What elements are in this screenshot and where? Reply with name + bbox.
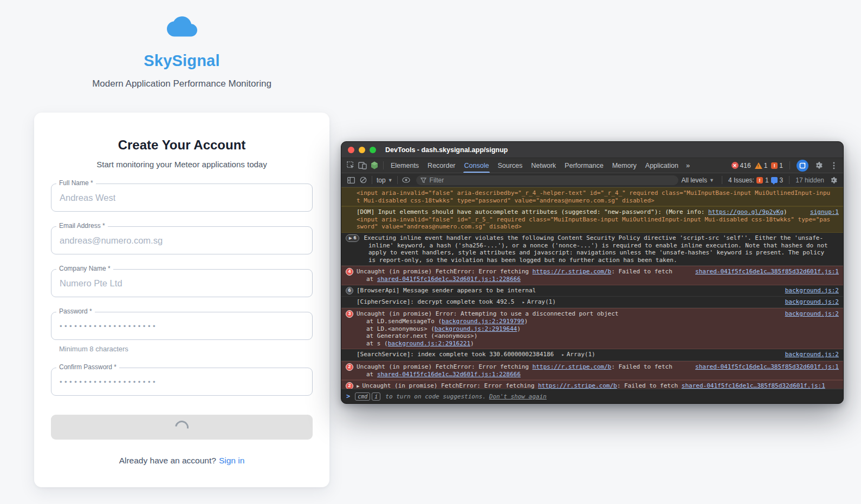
tab-recorder[interactable]: Recorder <box>423 158 459 173</box>
error-count-badge: 3 <box>346 310 353 318</box>
console-settings-gear-icon[interactable] <box>827 175 839 186</box>
clear-console-icon[interactable] <box>357 175 369 186</box>
company-name-input[interactable]: Numero Pte Ltd <box>51 269 313 297</box>
console-link[interactable]: https://r.stripe.com/b <box>533 363 612 370</box>
expand-icon[interactable]: ▶ <box>357 383 359 389</box>
stack-link[interactable]: shared-041f5fc16de1c…32d601f.js:1:228666 <box>377 371 521 378</box>
console-link[interactable]: https://goo.gl/9p2vKg <box>708 208 784 215</box>
console-message[interactable]: 2 ▶Uncaught (in promise) FetchError: Err… <box>341 380 843 389</box>
dont-show-again-link[interactable]: Don't show again <box>489 393 547 400</box>
array-expander[interactable]: ▸Array(1) <box>561 351 595 358</box>
card-subtitle: Start monitoring your Meteor application… <box>51 160 313 169</box>
logo-section: SkySignal Modern Application Performance… <box>34 0 329 89</box>
password-helper-text: Minimum 8 characters <box>59 345 313 353</box>
kebab-menu-icon[interactable] <box>828 160 840 171</box>
signin-link[interactable]: Sign in <box>219 456 244 465</box>
full-name-value: Andreas West <box>60 193 115 203</box>
console-link[interactable]: https://r.stripe.com/b <box>533 268 612 275</box>
console-message[interactable]: [DOM] Input elements should have autocom… <box>341 206 843 233</box>
loading-spinner-icon <box>172 418 191 437</box>
divider <box>372 176 372 184</box>
console-message[interactable]: 2 Uncaught (in promise) FetchError: Erro… <box>341 361 843 381</box>
console-sidebar-toggle-icon[interactable] <box>345 175 357 186</box>
source-link[interactable]: shared-041f5fc16de1c…385f85d32d601f.js:1 <box>688 363 839 371</box>
console-message[interactable]: <input aria-invalid="false" aria-describ… <box>341 187 843 206</box>
devtools-sync-button[interactable] <box>797 160 808 172</box>
console-message[interactable]: ▶6 Executing inline event handler violat… <box>341 233 843 266</box>
tabbar-status-area: ✕ 416 1 ! 1 <box>731 160 840 172</box>
context-selector[interactable]: top▼ <box>375 176 394 184</box>
console-message[interactable]: [SearchService]: index complete took 330… <box>341 349 843 361</box>
divider <box>383 161 384 169</box>
console-filter-input[interactable]: Filter <box>416 175 678 185</box>
i-keycap: i <box>372 392 380 401</box>
log-levels-selector[interactable]: All levels▼ <box>680 176 716 184</box>
tab-sources[interactable]: Sources <box>493 158 527 173</box>
submit-button-loading[interactable] <box>51 415 313 440</box>
console-message[interactable]: [CipherService]: decrypt complete took 4… <box>341 297 843 309</box>
stack-link[interactable]: background.js:2:2919644 <box>435 325 517 332</box>
divider <box>722 176 722 184</box>
device-toolbar-icon[interactable] <box>357 160 368 171</box>
maximize-window-button[interactable] <box>370 147 376 153</box>
minimize-window-button[interactable] <box>359 147 365 153</box>
source-link[interactable]: background.js:2 <box>778 310 839 318</box>
stack-link[interactable]: background.js:2:2919799 <box>442 318 524 325</box>
issue-error-icon: ! <box>756 177 763 184</box>
hidden-messages-count[interactable]: 17 hidden <box>795 176 824 184</box>
tab-performance[interactable]: Performance <box>560 158 608 173</box>
company-name-field: Company Name * Numero Pte Ltd <box>51 269 313 297</box>
tab-console[interactable]: Console <box>460 158 494 173</box>
brand-tagline: Modern Application Performance Monitorin… <box>34 78 329 89</box>
settings-gear-icon[interactable] <box>812 160 824 171</box>
company-name-value: Numero Pte Ltd <box>60 278 122 289</box>
console-error-count[interactable]: ✕ 416 <box>731 162 751 169</box>
stack-link[interactable]: background.js:2:2916221 <box>388 340 470 347</box>
signin-row: Already have an account?Sign in <box>51 456 313 466</box>
email-input[interactable]: andreas@numero.com.sg <box>51 226 313 254</box>
issues-count[interactable]: ! 1 <box>771 162 783 169</box>
full-name-label: Full Name * <box>56 180 96 187</box>
source-link[interactable]: background.js:2 <box>778 351 839 358</box>
tab-application[interactable]: Application <box>641 158 683 173</box>
error-count-badge: 2 <box>346 363 353 371</box>
full-name-input[interactable]: Andreas West <box>51 184 313 212</box>
password-input[interactable]: •••••••••••••••••••• <box>51 312 313 340</box>
array-expander[interactable]: ▸Array(1) <box>522 298 555 305</box>
console-toolbar-right: All levels▼ 4 Issues: ! 1 3 17 hidden <box>680 175 839 186</box>
source-link[interactable]: shared-041f5fc16de1c…385f85d32d601f.js:1 <box>688 268 839 276</box>
divider <box>397 176 398 184</box>
console-prompt[interactable]: > cmd i to turn on code suggestions. Don… <box>341 389 843 403</box>
console-message[interactable]: 4 Uncaught (in promise) FetchError: Erro… <box>341 266 843 285</box>
divider <box>789 176 789 184</box>
inspect-element-icon[interactable] <box>345 160 357 171</box>
tab-memory[interactable]: Memory <box>608 158 641 173</box>
console-message[interactable]: 6 [BrowserApi] Message sender appears to… <box>341 285 843 297</box>
group-count-badge[interactable]: ▶6 <box>346 234 359 242</box>
console-warning-count[interactable]: 1 <box>755 162 768 169</box>
tab-elements[interactable]: Elements <box>386 158 423 173</box>
console-message[interactable]: 3 Uncaught (in promise) Error: Attemptin… <box>341 308 843 349</box>
source-link[interactable]: background.js:2 <box>778 298 839 306</box>
issues-summary[interactable]: 4 Issues: ! 1 3 <box>728 176 783 184</box>
console-log-area: <input aria-invalid="false" aria-describ… <box>341 187 843 389</box>
card-title: Create Your Account <box>51 138 313 153</box>
log-count-badge: 6 <box>346 287 353 294</box>
window-title: DevTools - dash.skysignal.app/signup <box>385 146 508 154</box>
confirm-password-input[interactable]: •••••••••••••••••••• <box>51 368 313 396</box>
source-link[interactable]: shared-041f5fc16de1c…385f85d32d601f.js:1 <box>682 382 825 389</box>
expand-icon: ▸ <box>561 352 564 357</box>
brand-name: SkySignal <box>34 52 329 70</box>
warning-icon <box>755 162 762 169</box>
nodejs-icon[interactable] <box>368 160 380 171</box>
console-link[interactable]: https://r.stripe.com/b <box>538 382 617 389</box>
more-tabs-button[interactable]: » <box>683 161 693 169</box>
cmd-keycap: cmd <box>355 392 370 401</box>
tab-network[interactable]: Network <box>527 158 560 173</box>
live-expression-eye-icon[interactable] <box>400 175 412 186</box>
close-window-button[interactable] <box>348 147 354 153</box>
source-link[interactable]: background.js:2 <box>778 287 839 294</box>
source-link[interactable]: signup:1 <box>802 208 839 216</box>
stack-link[interactable]: shared-041f5fc16de1c…32d601f.js:1:228666 <box>377 276 521 283</box>
console-toolbar: top▼ Filter All levels▼ 4 Issues: ! 1 3 … <box>341 173 843 187</box>
